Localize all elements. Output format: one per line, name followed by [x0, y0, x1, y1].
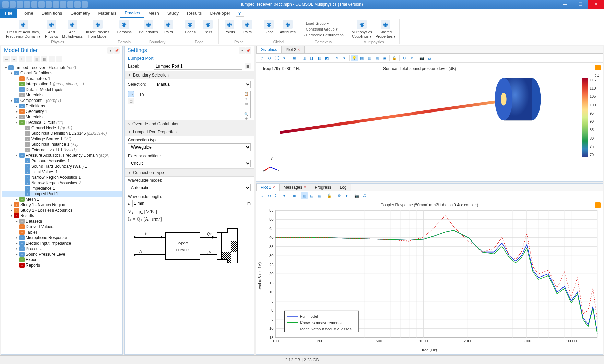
- tree-node[interactable]: ▾▫Electrical Circuit(cir): [2, 120, 122, 125]
- qa-copy-icon[interactable]: [38, 1, 45, 8]
- camera-icon[interactable]: 📷: [353, 192, 360, 199]
- ribbon-domains[interactable]: ◉Domains: [116, 19, 132, 39]
- up-icon[interactable]: ↑: [19, 56, 25, 62]
- graphics-canvas[interactable]: freq(179)=9286.2 Hz Surface: Total sound…: [256, 63, 603, 181]
- minimize-button[interactable]: —: [557, 0, 573, 9]
- label-input[interactable]: [154, 63, 242, 70]
- sel-dom-icon[interactable]: ◫: [301, 55, 308, 61]
- wg-len-input[interactable]: [132, 200, 245, 207]
- settings-pin-icon[interactable]: 📌: [245, 47, 251, 54]
- tree-node[interactable]: ▫Narrow Region Acoustics 1: [2, 175, 122, 180]
- tree-node[interactable]: ▸▫Datasets: [2, 219, 122, 224]
- ribbon-points[interactable]: ◉Points: [222, 19, 237, 39]
- qa-compute-icon[interactable]: [74, 1, 81, 8]
- tree-node[interactable]: ▫Reports: [2, 262, 122, 268]
- tree-node[interactable]: ▫Export: [2, 257, 122, 262]
- qa-cut-icon[interactable]: [53, 1, 59, 8]
- tab-progress[interactable]: Progress: [310, 184, 335, 191]
- expand-icon[interactable]: ▦: [41, 56, 47, 62]
- ribbon-pairs[interactable]: ◉Pairs: [161, 19, 176, 39]
- grid-icon[interactable]: ▤: [374, 55, 380, 61]
- active-sel-icon[interactable]: ▭: [128, 91, 134, 97]
- tree-node[interactable]: ▸▫Mesh 1: [2, 197, 122, 202]
- zoom-box-icon[interactable]: ▾: [281, 55, 288, 61]
- legend3-icon[interactable]: ▦: [316, 192, 323, 199]
- tree-node[interactable]: ▫Subcircuit Definition ED23146(ED23146): [2, 131, 122, 136]
- tab-plot2[interactable]: Plot 2×: [281, 46, 305, 53]
- menu-materials[interactable]: Materials: [94, 9, 120, 18]
- zoom-ext-icon[interactable]: ⛶: [273, 55, 280, 61]
- qa-open-icon[interactable]: [10, 1, 16, 8]
- menu-geometry[interactable]: Geometry: [66, 9, 94, 18]
- close-icon[interactable]: ×: [298, 47, 300, 52]
- gear-dd-icon[interactable]: ▾: [408, 55, 415, 61]
- wg-model-select[interactable]: Automatic: [128, 184, 251, 191]
- zoom-out-icon[interactable]: ⊖: [266, 55, 273, 61]
- zoom-dd-icon[interactable]: ▾: [281, 192, 288, 199]
- panel-pin-icon[interactable]: 📌: [114, 47, 120, 54]
- lock-icon[interactable]: 🔒: [391, 55, 398, 61]
- ribbon-attributes[interactable]: ◉Attributes: [279, 19, 296, 39]
- section-props[interactable]: ▼Lumped Port Properties: [125, 128, 254, 136]
- tree-node[interactable]: ▾▫Pressure Acoustics, Frequency Domain(a…: [2, 153, 122, 158]
- ribbon-global[interactable]: ◉Global: [261, 19, 277, 39]
- section-conntype[interactable]: ▼Connection Type: [125, 168, 254, 177]
- settings-menu-icon[interactable]: ▾: [239, 47, 245, 54]
- ribbon-pairs[interactable]: ◉Pairs: [200, 19, 216, 39]
- ribbon-load-group-[interactable]: ▫ Load Group ▾: [302, 21, 345, 26]
- scene-light-icon[interactable]: 💡: [351, 55, 358, 61]
- sel-copy-icon[interactable]: ⧉: [243, 102, 249, 106]
- legend1-icon[interactable]: ▥: [301, 192, 308, 199]
- tree-node[interactable]: ▫Ground Node 1(gnd1): [2, 125, 122, 131]
- tab-graphics[interactable]: Graphics: [256, 46, 282, 53]
- tree-node[interactable]: ▫Lumped Port 1: [2, 191, 122, 197]
- tree-node[interactable]: ▫Narrow Region Acoustics 2: [2, 180, 122, 186]
- label-edit-icon[interactable]: ☰: [245, 63, 251, 69]
- zoom-in-icon[interactable]: ⊕: [258, 55, 265, 61]
- ribbon-harmonic-perturbation[interactable]: ▫ Harmonic Perturbation: [302, 33, 345, 37]
- camera-icon[interactable]: 📷: [418, 55, 425, 61]
- qa-build-icon[interactable]: [67, 1, 73, 8]
- zoom-out-icon[interactable]: ⊖: [266, 192, 273, 199]
- zoom-ext-icon[interactable]: ⛶: [273, 192, 280, 199]
- section-boundary[interactable]: ▼Boundary Selection: [125, 71, 254, 79]
- ribbon-boundaries[interactable]: ◉Boundaries: [138, 19, 159, 39]
- tree-node[interactable]: ▸▫Study 1 - Narrow Region: [2, 202, 122, 208]
- gear-dd-icon[interactable]: ▾: [343, 192, 350, 199]
- tab-plot1[interactable]: Plot 1×: [256, 184, 280, 191]
- qa-redo-icon[interactable]: [31, 1, 37, 8]
- selection-list[interactable]: 10: [138, 91, 242, 118]
- filter-icon[interactable]: ☷: [56, 56, 62, 62]
- tree-node[interactable]: ▫Sound Hard Boundary (Wall) 1: [2, 164, 122, 169]
- menu-file[interactable]: File: [0, 9, 17, 18]
- sel-edge-icon[interactable]: ◧: [316, 55, 323, 61]
- back-icon[interactable]: ←: [3, 56, 10, 62]
- print-icon[interactable]: 🖨: [426, 55, 433, 61]
- ribbon-shared[interactable]: ◉SharedProperties ▾: [375, 19, 396, 39]
- menu-developer[interactable]: Developer: [206, 9, 234, 18]
- ribbon-constraint-group-[interactable]: ▫ Constraint Group ▾: [302, 27, 345, 32]
- tree-node[interactable]: ▸▫Microphone Response: [2, 235, 122, 240]
- legend2-icon[interactable]: ▤: [308, 192, 315, 199]
- sel-remove-icon[interactable]: －: [243, 107, 249, 111]
- conn-type-select[interactable]: Waveguide: [128, 143, 251, 151]
- tree-node[interactable]: ▸▫Geometry 1: [2, 109, 122, 114]
- sel-toggle-icon[interactable]: ☐: [128, 98, 134, 104]
- tree-node[interactable]: ▸▫Definitions: [2, 103, 122, 109]
- tree-node[interactable]: ▫Initial Values 1: [2, 169, 122, 175]
- fwd-icon[interactable]: →: [11, 56, 17, 62]
- tree-node[interactable]: ▸▫Study 2 - Lossless Acoustics: [2, 208, 122, 213]
- tree-node[interactable]: ▫Pressure Acoustics 1: [2, 158, 122, 164]
- tree-node[interactable]: ▫Subcircuit Instance 1(X1): [2, 142, 122, 147]
- tree-node[interactable]: ▫Default Model Inputs: [2, 87, 122, 92]
- tab-log[interactable]: Log: [335, 184, 351, 191]
- view-xy-icon[interactable]: ⊞: [291, 55, 298, 61]
- ribbon-pairs[interactable]: ◉Pairs: [239, 19, 255, 39]
- reset-dd-icon[interactable]: ▾: [341, 55, 348, 61]
- tree-node[interactable]: ▾▫Component 1(comp1): [2, 98, 122, 103]
- tree-node[interactable]: ▫External I vs. U 1(IvsU1): [2, 147, 122, 153]
- tree-node[interactable]: ▫Parameters 1: [2, 76, 122, 81]
- sel-pt-icon[interactable]: ◩: [323, 55, 330, 61]
- tree-node[interactable]: ▸▫Pressure: [2, 246, 122, 251]
- tree-node[interactable]: ▾▫Global Definitions: [2, 70, 122, 76]
